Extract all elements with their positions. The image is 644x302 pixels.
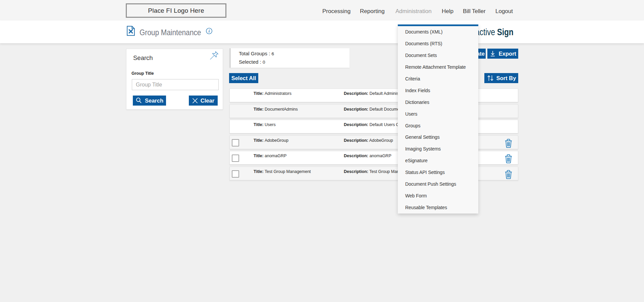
svg-text:i: i (209, 29, 210, 34)
